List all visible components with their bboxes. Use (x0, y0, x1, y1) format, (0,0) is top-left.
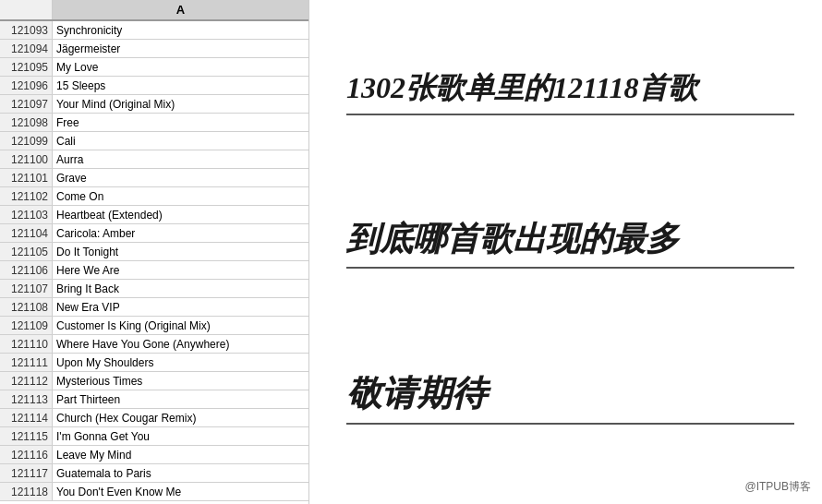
row-cell-title: Grave (53, 169, 308, 186)
table-row: 121106Here We Are (0, 261, 308, 280)
col-a-header: A (53, 0, 308, 19)
row-cell-title: Where Have You Gone (Anywhere) (53, 335, 308, 353)
row-cell-title: Do It Tonight (53, 243, 308, 260)
row-number: 121097 (0, 95, 53, 113)
row-cell-title: Guatemala to Paris (53, 464, 308, 482)
row-cell-title: Jägermeister (53, 40, 308, 57)
row-cell-title: Aurra (53, 150, 308, 168)
table-row: 121109Customer Is King (Original Mix) (0, 317, 308, 335)
row-cell-title: Cali (53, 132, 308, 150)
table-row: 121095My Love (0, 58, 308, 77)
row-cell-title: Leave My Mind (53, 446, 308, 463)
row-cell-title: New Era VIP (53, 298, 308, 316)
row-number: 121108 (0, 298, 53, 316)
table-row: 121093Synchronicity (0, 21, 308, 40)
row-number: 121094 (0, 40, 53, 57)
row-number: 121096 (0, 77, 53, 94)
row-number: 121102 (0, 187, 53, 205)
table-row: 121115I'm Gonna Get You (0, 427, 308, 446)
row-number: 121112 (0, 372, 53, 390)
row-cell-title: Synchronicity (53, 21, 308, 39)
table-row: 121107Bring It Back (0, 280, 308, 298)
heading-2: 到底哪首歌出现的最多 (346, 220, 794, 259)
row-number: 121105 (0, 243, 53, 260)
row-number: 121103 (0, 206, 53, 223)
row-number: 121113 (0, 390, 53, 408)
table-row: 121116Leave My Mind (0, 446, 308, 464)
row-number: 121107 (0, 280, 53, 297)
row-cell-title: Heartbeat (Extended) (53, 206, 308, 223)
row-cell-title: 15 Sleeps (53, 77, 308, 94)
spreadsheet-panel: A 121093Synchronicity121094Jägermeister1… (0, 0, 309, 504)
row-number: 121106 (0, 261, 53, 279)
table-row: 121112Mysterious Times (0, 372, 308, 390)
text-block-2: 到底哪首歌出现的最多 (346, 220, 794, 269)
row-number-header (0, 0, 53, 19)
row-cell-title: Bring It Back (53, 280, 308, 297)
row-number: 121111 (0, 354, 53, 371)
row-number: 121093 (0, 21, 53, 39)
table-row: 121100Aurra (0, 150, 308, 169)
row-number: 121115 (0, 427, 53, 445)
table-row: 121105Do It Tonight (0, 243, 308, 261)
row-cell-title: Part Thirteen (53, 390, 308, 408)
table-row: 12109615 Sleeps (0, 77, 308, 95)
row-cell-title: Customer Is King (Original Mix) (53, 317, 308, 334)
row-cell-title: I'm Gonna Get You (53, 427, 308, 445)
table-row: 121099Cali (0, 132, 308, 150)
spreadsheet-body: 121093Synchronicity121094Jägermeister121… (0, 21, 308, 504)
row-cell-title: Mysterious Times (53, 372, 308, 390)
table-row: 121104Caricola: Amber (0, 224, 308, 243)
row-number: 121116 (0, 446, 53, 463)
row-number: 121098 (0, 114, 53, 131)
right-panel: 1302张歌单里的121118首歌 到底哪首歌出现的最多 敬请期待 @ITPUB… (309, 0, 822, 504)
table-row: 121110Where Have You Gone (Anywhere) (0, 335, 308, 354)
row-cell-title: You Don't Even Know Me (53, 483, 308, 500)
table-row: 121098Free (0, 114, 308, 132)
heading-1: 1302张歌单里的121118首歌 (346, 70, 794, 105)
table-row: 121094Jägermeister (0, 40, 308, 58)
row-number: 121109 (0, 317, 53, 334)
row-cell-title: Upon My Shoulders (53, 354, 308, 371)
row-number: 121117 (0, 464, 53, 482)
table-row: 121114Church (Hex Cougar Remix) (0, 409, 308, 427)
row-number: 121099 (0, 132, 53, 150)
row-number: 121095 (0, 58, 53, 76)
table-row: 121113Part Thirteen (0, 390, 308, 409)
row-cell-title: Here We Are (53, 261, 308, 279)
watermark: @ITPUB博客 (744, 479, 811, 495)
table-row: 121111Upon My Shoulders (0, 354, 308, 372)
row-number: 121110 (0, 335, 53, 353)
row-cell-title: Church (Hex Cougar Remix) (53, 409, 308, 426)
row-cell-title: Come On (53, 187, 308, 205)
spreadsheet-header: A (0, 0, 308, 21)
row-number: 121101 (0, 169, 53, 186)
table-row: 121117Guatemala to Paris (0, 464, 308, 483)
text-block-3: 敬请期待 (346, 373, 794, 425)
table-row: 121108New Era VIP (0, 298, 308, 317)
row-cell-title: Your Mind (Original Mix) (53, 95, 308, 113)
table-row: 121103Heartbeat (Extended) (0, 206, 308, 224)
row-cell-title: My Love (53, 58, 308, 76)
row-number: 121114 (0, 409, 53, 426)
table-row: 121101Grave (0, 169, 308, 187)
table-row: 121097Your Mind (Original Mix) (0, 95, 308, 114)
table-row: 121102Come On (0, 187, 308, 206)
heading-3: 敬请期待 (346, 373, 794, 415)
row-cell-title: Caricola: Amber (53, 224, 308, 242)
table-row: 121118You Don't Even Know Me (0, 483, 308, 501)
row-cell-title: Free (53, 114, 308, 131)
row-number: 121118 (0, 483, 53, 500)
text-block-1: 1302张歌单里的121118首歌 (346, 70, 794, 114)
row-number: 121100 (0, 150, 53, 168)
row-number: 121104 (0, 224, 53, 242)
